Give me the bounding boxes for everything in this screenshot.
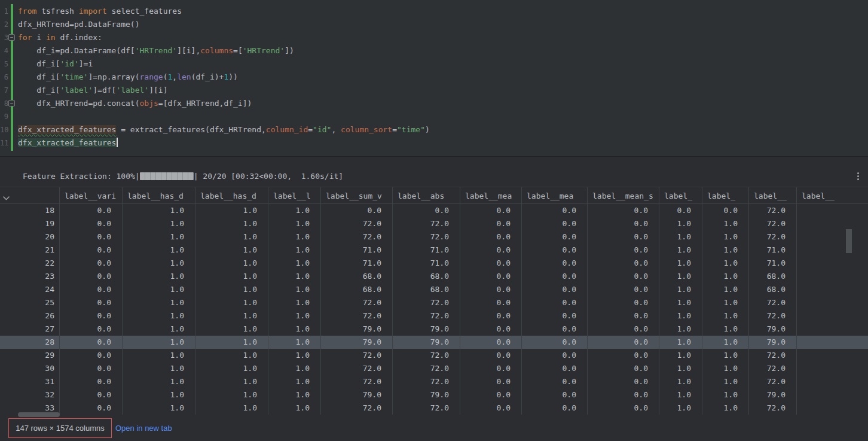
code-line[interactable]: 6 df_i['time']=np.array(range(1,len(df_i… <box>0 71 868 84</box>
column-header[interactable]: label_ <box>702 187 749 204</box>
data-cell[interactable]: 72.0 <box>321 309 393 323</box>
data-cell[interactable]: 1.0 <box>268 388 321 402</box>
data-cell[interactable]: 72.0 <box>393 362 460 375</box>
column-header[interactable]: label__mean_s <box>588 187 659 204</box>
data-cell[interactable]: 79.0 <box>393 388 460 402</box>
code-line[interactable]: 11dfx_xtracted_features <box>0 136 868 150</box>
data-cell[interactable]: 0.0 <box>321 204 393 217</box>
data-cell[interactable]: 1.0 <box>702 230 749 244</box>
data-cell[interactable]: 0.0 <box>460 402 522 415</box>
data-cell[interactable]: 72.0 <box>321 362 393 375</box>
data-cell[interactable]: 1.0 <box>268 323 321 336</box>
data-cell[interactable]: 1.0 <box>195 283 268 296</box>
column-header[interactable]: label__vari <box>60 187 123 204</box>
data-cell[interactable]: 1.0 <box>123 336 195 349</box>
data-cell[interactable]: 0.0 <box>522 375 588 388</box>
row-index-cell[interactable]: 19 <box>0 217 60 230</box>
data-cell[interactable]: 1.0 <box>195 323 268 336</box>
data-cell[interactable]: 72.0 <box>749 217 797 230</box>
data-cell[interactable]: 1.0 <box>702 244 749 257</box>
data-cell[interactable]: 1.0 <box>702 296 749 309</box>
data-cell[interactable]: 0.0 <box>522 270 588 283</box>
row-index-cell[interactable]: 22 <box>0 257 60 270</box>
data-cell[interactable]: 72.0 <box>321 349 393 362</box>
data-cell[interactable]: 0.0 <box>522 244 588 257</box>
data-cell[interactable]: 1.0 <box>268 296 321 309</box>
data-cell[interactable]: 0.0 <box>460 283 522 296</box>
row-index-cell[interactable]: 29 <box>0 349 60 362</box>
data-cell[interactable]: 1.0 <box>123 217 195 230</box>
data-cell[interactable]: 0.0 <box>522 402 588 415</box>
data-cell[interactable]: 1.0 <box>268 402 321 415</box>
data-cell[interactable]: 68.0 <box>749 270 797 283</box>
data-cell[interactable]: 0.0 <box>60 217 123 230</box>
data-cell[interactable]: 1.0 <box>268 349 321 362</box>
data-cell[interactable]: 1.0 <box>123 309 195 323</box>
data-cell[interactable]: 0.0 <box>60 270 123 283</box>
data-cell[interactable] <box>797 375 868 388</box>
data-cell[interactable]: 72.0 <box>393 375 460 388</box>
data-cell[interactable]: 0.0 <box>702 204 749 217</box>
row-index-cell[interactable]: 27 <box>0 323 60 336</box>
data-cell[interactable]: 1.0 <box>268 283 321 296</box>
data-cell[interactable]: 79.0 <box>393 323 460 336</box>
data-cell[interactable]: 1.0 <box>268 230 321 244</box>
data-cell[interactable]: 0.0 <box>60 283 123 296</box>
data-cell[interactable] <box>797 217 868 230</box>
data-cell[interactable]: 1.0 <box>659 402 702 415</box>
data-cell[interactable] <box>797 296 868 309</box>
column-header[interactable]: label__mea <box>460 187 522 204</box>
data-cell[interactable]: 1.0 <box>268 375 321 388</box>
data-cell[interactable]: 72.0 <box>749 362 797 375</box>
data-cell[interactable]: 1.0 <box>195 296 268 309</box>
data-cell[interactable]: 1.0 <box>195 388 268 402</box>
data-cell[interactable]: 1.0 <box>268 244 321 257</box>
code-line[interactable]: 4 df_i=pd.DataFrame(df['HRTrend'][i],col… <box>0 44 868 57</box>
data-cell[interactable]: 1.0 <box>702 388 749 402</box>
data-cell[interactable]: 72.0 <box>321 375 393 388</box>
data-cell[interactable]: 1.0 <box>195 217 268 230</box>
data-cell[interactable]: 0.0 <box>60 244 123 257</box>
data-cell[interactable]: 1.0 <box>123 204 195 217</box>
data-cell[interactable]: 0.0 <box>60 204 123 217</box>
data-cell[interactable]: 1.0 <box>123 244 195 257</box>
data-cell[interactable]: 1.0 <box>659 388 702 402</box>
data-cell[interactable]: 0.0 <box>522 283 588 296</box>
data-cell[interactable]: 0.0 <box>60 323 123 336</box>
data-cell[interactable]: 79.0 <box>393 336 460 349</box>
code-editor[interactable]: 1from tsfresh import select_features2dfx… <box>0 0 868 156</box>
data-cell[interactable]: 1.0 <box>195 375 268 388</box>
data-cell[interactable]: 72.0 <box>749 296 797 309</box>
data-cell[interactable] <box>797 283 868 296</box>
open-in-new-tab-link[interactable]: Open in new tab <box>115 422 172 434</box>
data-cell[interactable]: 1.0 <box>195 362 268 375</box>
data-cell[interactable]: 0.0 <box>588 204 659 217</box>
code-line[interactable]: 3−for i in df.index: <box>0 31 868 44</box>
data-cell[interactable]: 0.0 <box>588 283 659 296</box>
data-cell[interactable]: 68.0 <box>321 270 393 283</box>
data-cell[interactable]: 0.0 <box>588 336 659 349</box>
vertical-scrollbar-thumb[interactable] <box>846 229 852 253</box>
column-header[interactable]: label__abs <box>393 187 460 204</box>
data-cell[interactable]: 0.0 <box>60 402 123 415</box>
data-cell[interactable]: 0.0 <box>460 270 522 283</box>
data-cell[interactable]: 1.0 <box>702 270 749 283</box>
data-cell[interactable]: 0.0 <box>522 230 588 244</box>
data-cell[interactable]: 1.0 <box>195 309 268 323</box>
data-cell[interactable]: 0.0 <box>588 217 659 230</box>
code-line[interactable]: 9 <box>0 110 868 123</box>
data-cell[interactable]: 1.0 <box>195 257 268 270</box>
data-cell[interactable]: 0.0 <box>588 296 659 309</box>
data-cell[interactable]: 72.0 <box>393 309 460 323</box>
data-cell[interactable]: 72.0 <box>321 217 393 230</box>
data-cell[interactable]: 0.0 <box>460 362 522 375</box>
data-cell[interactable]: 1.0 <box>702 257 749 270</box>
column-header[interactable]: label__sum_v <box>321 187 393 204</box>
data-cell[interactable]: 0.0 <box>588 309 659 323</box>
data-cell[interactable]: 1.0 <box>659 349 702 362</box>
row-index-cell[interactable]: 24 <box>0 283 60 296</box>
data-cell[interactable]: 0.0 <box>522 257 588 270</box>
data-cell[interactable]: 1.0 <box>268 270 321 283</box>
data-cell[interactable]: 1.0 <box>659 323 702 336</box>
kebab-menu-icon[interactable] <box>854 171 862 181</box>
